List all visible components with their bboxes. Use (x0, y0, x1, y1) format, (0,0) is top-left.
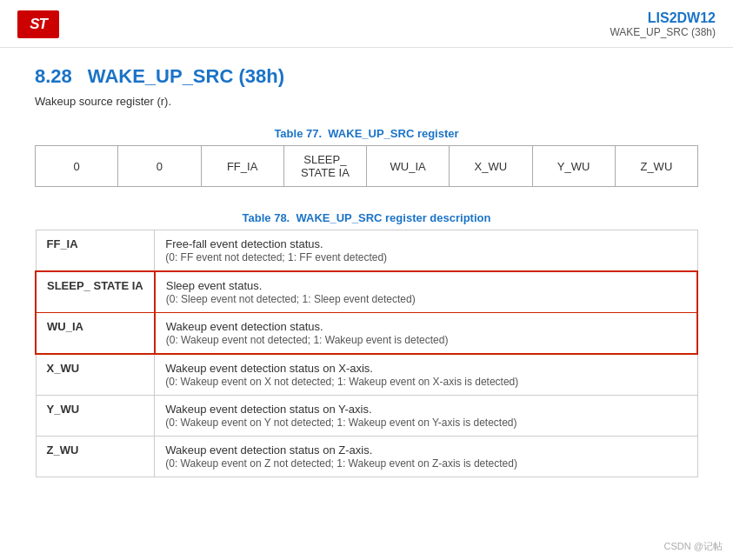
table77-caption-title: WAKE_UP_SRC register (328, 127, 458, 140)
desc-detail: (0: Wakeup event on Y not detected; 1: W… (165, 417, 516, 429)
reg-field-desc: Free-fall event detection status. (0: FF… (155, 230, 697, 272)
table78-caption-prefix: Table 78. (243, 211, 290, 224)
desc-main: Wakeup event detection status on X-axis. (165, 362, 373, 375)
desc-detail: (0: Wakeup event not detected; 1: Wakeup… (166, 334, 449, 346)
bit-5: FF_IA (201, 146, 283, 187)
header-right: LIS2DW12 WAKE_UP_SRC (38h) (610, 10, 716, 38)
register-name-header: WAKE_UP_SRC (38h) (610, 26, 716, 38)
st-logo: ST (17, 10, 59, 38)
reg-field-name: WU_IA (36, 313, 155, 355)
desc-main: Sleep event status. (166, 279, 263, 292)
table77-container: Table 77. WAKE_UP_SRC register 0 0 FF_IA… (35, 127, 698, 187)
bit-7: 0 (36, 146, 118, 187)
watermark: CSDN @记帖 (664, 540, 723, 553)
main-content: 8.28 WAKE_UP_SRC (38h) Wakeup source reg… (0, 48, 733, 528)
section-title: WAKE_UP_SRC (38h) (88, 65, 284, 88)
reg-field-desc: Wakeup event detection status on X-axis.… (155, 354, 697, 396)
bit-6: 0 (118, 146, 201, 187)
table77-caption: Table 77. WAKE_UP_SRC register (35, 127, 698, 140)
bit-4: SLEEP_STATE IA (283, 146, 366, 187)
reg-field-desc: Wakeup event detection status on Z-axis.… (155, 437, 697, 477)
desc-detail: (0: Wakeup event on X not detected; 1: W… (165, 376, 518, 388)
register-desc-table: FF_IA Free-fall event detection status. … (35, 230, 698, 477)
bit-2: X_WU (450, 146, 532, 187)
table78-caption: Table 78. WAKE_UP_SRC register descripti… (35, 211, 698, 224)
logo-text: ST (30, 16, 47, 33)
desc-main: Free-fall event detection status. (165, 237, 323, 250)
reg-field-desc: Wakeup event detection status on Y-axis.… (155, 396, 697, 437)
register-bit-row: 0 0 FF_IA SLEEP_STATE IA WU_IA X_WU Y_WU… (36, 146, 698, 187)
reg-field-name: Y_WU (36, 396, 155, 437)
reg-field-name: X_WU (36, 354, 155, 396)
bit-3: WU_IA (367, 146, 450, 187)
desc-main: Wakeup event detection status on Z-axis. (165, 443, 372, 457)
section-number: 8.28 (35, 65, 72, 88)
bit-0: Z_WU (615, 146, 697, 187)
reg-field-name: SLEEP_ STATE IA (36, 271, 155, 313)
desc-detail: (0: Wakeup event on Z not detected; 1: W… (165, 457, 517, 470)
table78-container: Table 78. WAKE_UP_SRC register descripti… (35, 211, 698, 477)
table77-caption-prefix: Table 77. (274, 127, 322, 140)
desc-detail: (0: Sleep event not detected; 1: Sleep e… (166, 293, 416, 305)
table-row-highlight-wu: WU_IA Wakeup event detection status. (0:… (36, 313, 697, 355)
chip-name: LIS2DW12 (610, 10, 716, 26)
bit-1: Y_WU (532, 146, 615, 187)
table-row: X_WU Wakeup event detection status on X-… (36, 354, 697, 396)
reg-field-desc: Wakeup event detection status. (0: Wakeu… (155, 313, 697, 355)
table78-caption-title: WAKE_UP_SRC register description (296, 211, 490, 224)
reg-field-desc: Sleep event status. (0: Sleep event not … (155, 271, 697, 313)
section-description: Wakeup source register (r). (35, 95, 698, 108)
reg-field-name: Z_WU (36, 437, 155, 477)
desc-detail: (0: FF event not detected; 1: FF event d… (165, 251, 387, 263)
table-row: Y_WU Wakeup event detection status on Y-… (36, 396, 697, 437)
section-heading: 8.28 WAKE_UP_SRC (38h) (35, 65, 698, 88)
desc-main: Wakeup event detection status. (166, 320, 323, 333)
table-row: Z_WU Wakeup event detection status on Z-… (36, 437, 697, 477)
desc-main: Wakeup event detection status on Y-axis. (165, 403, 371, 416)
register-bit-table: 0 0 FF_IA SLEEP_STATE IA WU_IA X_WU Y_WU… (35, 145, 698, 187)
page-header: ST LIS2DW12 WAKE_UP_SRC (38h) (0, 0, 733, 48)
reg-field-name: FF_IA (36, 230, 155, 272)
table-row-highlight-sleep: SLEEP_ STATE IA Sleep event status. (0: … (36, 271, 697, 313)
table-row: FF_IA Free-fall event detection status. … (36, 230, 697, 272)
